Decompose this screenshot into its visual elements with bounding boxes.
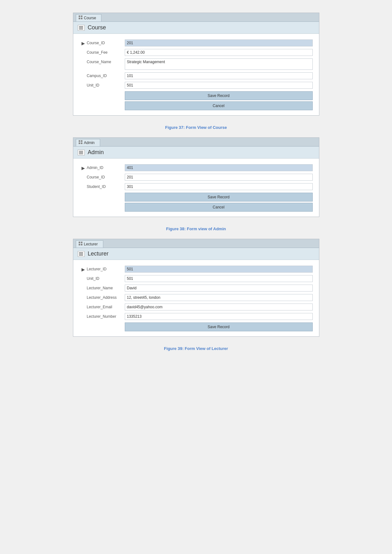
field-label-2: Course_Name: [87, 58, 125, 64]
form-header-icon: [78, 251, 85, 257]
svg-rect-0: [79, 15, 80, 17]
field-value-1[interactable]: € 1,242.00: [125, 49, 313, 56]
field-label-0: Course_ID: [87, 39, 125, 45]
course-form-container: CourseCourse▶Course_ID201Course_Fee€ 1,2…: [73, 13, 319, 116]
form-title: Lecturer: [88, 250, 109, 257]
lecturer-form-tab-bar: Lecturer: [73, 239, 319, 248]
field-value-2[interactable]: Strategic Management: [125, 58, 313, 70]
form-header-icon: [78, 150, 85, 155]
button-area: Save Record: [87, 322, 313, 333]
cancel-button[interactable]: Cancel: [125, 101, 313, 110]
buttons-group: Save Record: [125, 322, 313, 333]
record-arrow: ▶: [80, 266, 87, 272]
form-header-icon: [78, 25, 85, 31]
fields-area: Course_ID201Course_Fee€ 1,242.00Course_N…: [87, 39, 313, 111]
field-row-1: Unit_ID501: [87, 275, 313, 282]
field-label-0: Lecturer_ID: [87, 266, 125, 271]
save-record-button[interactable]: Save Record: [125, 91, 313, 100]
field-value-0[interactable]: 201: [125, 39, 313, 46]
fields-area: Admin_ID401Course_ID201Student_ID301Save…: [87, 164, 313, 213]
field-label-4: Unit_ID: [87, 82, 125, 87]
svg-rect-1: [81, 15, 82, 17]
table-icon: [79, 15, 82, 19]
field-value-4[interactable]: david45@yahoo.com: [125, 304, 313, 310]
field-row-3: Lecturer_Address12, street45, london: [87, 294, 313, 301]
field-value-0[interactable]: 401: [125, 164, 313, 171]
save-record-button[interactable]: Save Record: [125, 322, 313, 331]
lecturer-form-body: ▶Lecturer_ID501Unit_ID501Lecturer_NameDa…: [73, 260, 319, 336]
record-arrow: ▶: [80, 39, 87, 46]
field-label-1: Course_ID: [87, 174, 125, 179]
svg-rect-7: [81, 142, 82, 144]
field-row-5: Lecturer_Number1335213: [87, 313, 313, 320]
field-value-3[interactable]: 12, street45, london: [125, 294, 313, 301]
admin-form-tab[interactable]: Admin: [76, 139, 100, 146]
form-title: Course: [88, 24, 106, 31]
field-label-2: Lecturer_Name: [87, 285, 125, 290]
field-label-1: Unit_ID: [87, 275, 125, 281]
lecturer-form-tab[interactable]: Lecturer: [76, 240, 103, 248]
field-row-0: Lecturer_ID501: [87, 266, 313, 273]
svg-rect-8: [79, 242, 80, 243]
svg-rect-11: [81, 244, 82, 245]
course-form-tab[interactable]: Course: [76, 14, 102, 21]
svg-rect-6: [79, 142, 80, 144]
field-row-3: Campus_ID101: [87, 72, 313, 79]
field-value-1[interactable]: 201: [125, 174, 313, 181]
field-label-1: Course_Fee: [87, 49, 125, 55]
field-row-0: Admin_ID401: [87, 164, 313, 171]
record-indicator: ▶Course_ID201Course_Fee€ 1,242.00Course_…: [80, 38, 313, 111]
field-label-5: Lecturer_Number: [87, 313, 125, 319]
svg-rect-2: [79, 18, 80, 19]
svg-rect-4: [79, 140, 80, 142]
save-record-button[interactable]: Save Record: [125, 193, 313, 202]
record-indicator: ▶Lecturer_ID501Unit_ID501Lecturer_NameDa…: [80, 264, 313, 333]
figure-caption-lecturer-form: Figure 39: Form View of Lecturer: [19, 346, 373, 351]
buttons-group: Save RecordCancel: [125, 91, 313, 111]
table-icon: [79, 140, 82, 144]
field-value-2[interactable]: 301: [125, 183, 313, 190]
field-row-1: Course_Fee€ 1,242.00: [87, 49, 313, 56]
admin-form-container: AdminAdmin▶Admin_ID401Course_ID201Studen…: [73, 137, 319, 217]
admin-form-header: Admin: [73, 147, 319, 159]
svg-rect-10: [79, 244, 80, 245]
figure-caption-admin-form: Figure 38: Form view of Admin: [19, 226, 373, 231]
field-row-2: Student_ID301: [87, 183, 313, 190]
svg-rect-5: [81, 140, 82, 142]
form-title: Admin: [88, 149, 104, 156]
field-row-1: Course_ID201: [87, 174, 313, 181]
button-area: Save RecordCancel: [87, 193, 313, 213]
field-value-5[interactable]: 1335213: [125, 313, 313, 320]
buttons-group: Save RecordCancel: [125, 193, 313, 213]
record-indicator: ▶Admin_ID401Course_ID201Student_ID301Sav…: [80, 162, 313, 213]
tab-label: Lecturer: [84, 242, 98, 246]
lecturer-form-container: LecturerLecturer▶Lecturer_ID501Unit_ID50…: [73, 239, 319, 337]
table-icon: [79, 242, 82, 245]
svg-rect-3: [81, 18, 82, 19]
course-form-body: ▶Course_ID201Course_Fee€ 1,242.00Course_…: [73, 34, 319, 115]
admin-form-tab-bar: Admin: [73, 138, 319, 147]
field-row-0: Course_ID201: [87, 39, 313, 46]
cancel-button[interactable]: Cancel: [125, 203, 313, 212]
tab-label: Course: [84, 16, 96, 20]
field-label-4: Lecturer_Email: [87, 304, 125, 309]
svg-rect-9: [81, 242, 82, 243]
record-arrow: ▶: [80, 164, 87, 171]
lecturer-form-header: Lecturer: [73, 248, 319, 260]
field-row-2: Lecturer_NameDavid: [87, 285, 313, 292]
field-label-3: Lecturer_Address: [87, 294, 125, 300]
field-row-4: Unit_ID501: [87, 82, 313, 89]
course-form-tab-bar: Course: [73, 13, 319, 22]
field-value-0[interactable]: 501: [125, 266, 313, 273]
field-label-3: Campus_ID: [87, 72, 125, 78]
field-row-2: Course_NameStrategic Management: [87, 58, 313, 70]
course-form-header: Course: [73, 22, 319, 34]
admin-form-body: ▶Admin_ID401Course_ID201Student_ID301Sav…: [73, 159, 319, 217]
field-label-0: Admin_ID: [87, 164, 125, 170]
field-value-1[interactable]: 501: [125, 275, 313, 282]
field-value-4[interactable]: 501: [125, 82, 313, 89]
field-value-2[interactable]: David: [125, 285, 313, 292]
tab-label: Admin: [84, 141, 95, 145]
field-value-3[interactable]: 101: [125, 72, 313, 79]
tab-icon: [79, 140, 82, 145]
